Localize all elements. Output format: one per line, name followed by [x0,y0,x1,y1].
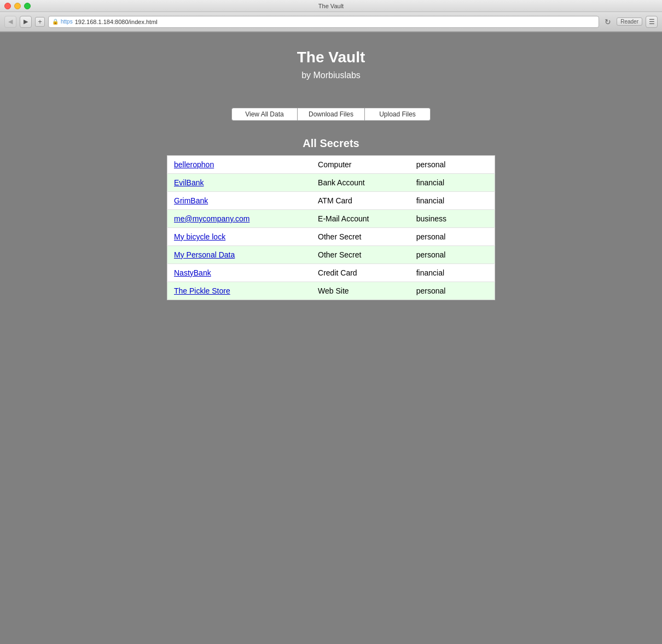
secret-category-cell: financial [410,192,495,210]
secret-type-cell: Credit Card [311,264,410,282]
secret-type-cell: Web Site [311,282,410,300]
secret-category-cell: personal [410,228,495,246]
secret-category-cell: business [410,210,495,228]
new-tab-icon: + [38,17,42,26]
table-row: EvilBankBank Accountfinancial [167,174,495,192]
sidebar-icon: ☰ [649,18,655,26]
maximize-button[interactable] [24,3,31,9]
secret-link[interactable]: me@mycompany.com [174,214,249,223]
forward-icon: ▶ [24,18,28,25]
secret-name-cell: GrimBank [167,192,312,210]
table-row: My bicycle lockOther Secretpersonal [167,228,495,246]
secret-name-cell: EvilBank [167,174,312,192]
secret-name-cell: NastyBank [167,264,312,282]
secret-link[interactable]: The Pickle Store [174,286,230,295]
secret-type-cell: ATM Card [311,192,410,210]
window-title: The Vault [318,3,344,9]
refresh-button[interactable]: ↻ [602,17,613,26]
address-text: 192.168.1.184:8080/index.html [75,19,158,25]
secrets-heading: All Secrets [167,137,495,150]
view-all-data-button[interactable]: View All Data [231,108,297,121]
secret-category-cell: personal [410,156,495,174]
secret-link[interactable]: NastyBank [174,268,211,277]
table-row: GrimBankATM Cardfinancial [167,192,495,210]
minimize-button[interactable] [14,3,21,9]
secrets-table: bellerophonComputerpersonalEvilBankBank … [167,155,495,300]
window-controls [4,3,31,9]
upload-files-button[interactable]: Upload Files [365,108,431,121]
secret-name-cell: me@mycompany.com [167,210,312,228]
secret-category-cell: financial [410,174,495,192]
new-tab-button[interactable]: + [35,17,45,27]
secret-type-cell: Other Secret [311,246,410,264]
table-row: bellerophonComputerpersonal [167,156,495,174]
secret-category-cell: personal [410,246,495,264]
close-button[interactable] [4,3,11,9]
browser-chrome: The Vault ◀ ▶ + 🔒 https 192.168.1.184:80… [0,0,662,32]
back-button[interactable]: ◀ [4,16,16,28]
refresh-icon: ↻ [605,17,611,26]
table-row: NastyBankCredit Cardfinancial [167,264,495,282]
table-row: The Pickle StoreWeb Sitepersonal [167,282,495,300]
secret-category-cell: personal [410,282,495,300]
address-bar[interactable]: 🔒 https 192.168.1.184:8080/index.html [48,16,599,28]
sidebar-toggle-button[interactable]: ☰ [646,16,658,28]
page-content: The Vault by Morbiuslabs View All Data D… [0,32,662,644]
secrets-section: All Secrets bellerophonComputerpersonalE… [167,137,495,300]
secret-name-cell: My Personal Data [167,246,312,264]
page-subtitle: by Morbiuslabs [301,71,361,80]
page-title: The Vault [297,49,365,66]
secret-name-cell: The Pickle Store [167,282,312,300]
secret-type-cell: Computer [311,156,410,174]
action-buttons: View All Data Download Files Upload File… [231,108,431,121]
reader-label: Reader [620,19,638,25]
secret-category-cell: financial [410,264,495,282]
title-bar: The Vault [0,0,662,12]
secret-type-cell: Other Secret [311,228,410,246]
secret-type-cell: Bank Account [311,174,410,192]
table-row: me@mycompany.comE-Mail Accountbusiness [167,210,495,228]
secret-name-cell: bellerophon [167,156,312,174]
secret-link[interactable]: EvilBank [174,178,204,187]
lock-icon: 🔒 [52,19,59,25]
toolbar: ◀ ▶ + 🔒 https 192.168.1.184:8080/index.h… [0,12,662,32]
secret-link[interactable]: bellerophon [174,160,214,169]
back-icon: ◀ [8,18,13,25]
table-row: My Personal DataOther Secretpersonal [167,246,495,264]
reader-button[interactable]: Reader [617,17,642,26]
secret-link[interactable]: GrimBank [174,196,208,205]
https-badge: https [61,19,73,25]
secret-name-cell: My bicycle lock [167,228,312,246]
secret-link[interactable]: My Personal Data [174,250,235,259]
download-files-button[interactable]: Download Files [297,108,365,121]
forward-button[interactable]: ▶ [20,16,32,28]
secret-type-cell: E-Mail Account [311,210,410,228]
secret-link[interactable]: My bicycle lock [174,232,225,241]
